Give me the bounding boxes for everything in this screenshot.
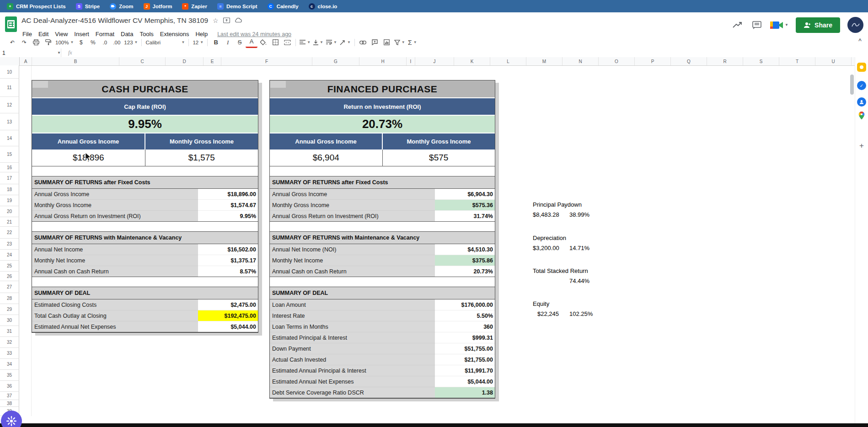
row-header-25[interactable]: 25 xyxy=(0,261,19,272)
row-header-23[interactable]: 23 xyxy=(0,239,19,250)
row-value[interactable]: $999.31 xyxy=(435,332,495,343)
row-header-10[interactable]: 10 xyxy=(0,65,19,79)
row-label[interactable]: Monthly Gross Income xyxy=(32,200,198,211)
column-header-I[interactable]: I xyxy=(407,57,415,65)
zoom-select[interactable]: 100%▼ xyxy=(54,37,75,48)
financed-purchase-table[interactable]: FINANCED PURCHASEReturn on Investment (R… xyxy=(269,80,495,399)
row-value[interactable]: 1.38 xyxy=(435,387,495,398)
column-header-F[interactable]: F xyxy=(221,57,312,65)
row-value[interactable]: $16,502.00 xyxy=(198,244,258,255)
google-meet-icon[interactable]: ▼ xyxy=(770,19,788,31)
table-row[interactable]: Estimated Closing Costs$2,475.00 xyxy=(32,299,258,310)
text-color-button[interactable]: A xyxy=(246,37,257,48)
row-header-30[interactable]: 30 xyxy=(0,315,19,326)
doc-title[interactable]: AC Deal-Analyzer-4516 Wildflower CV Memp… xyxy=(21,16,208,25)
income-value[interactable]: $1,575 xyxy=(145,149,258,166)
table-row[interactable]: Estimated Principal & Interest$999.31 xyxy=(270,332,495,343)
account-avatar[interactable] xyxy=(847,17,863,33)
table-row[interactable]: Actual Cash Invested$21,755.00 xyxy=(270,354,495,365)
insert-chart-button[interactable] xyxy=(381,37,393,48)
filter-button[interactable]: ▼ xyxy=(393,37,407,48)
strikethrough-button[interactable]: S xyxy=(234,37,246,48)
row-label[interactable]: Annual Gross Return on Investment (ROI) xyxy=(32,211,198,222)
star-icon[interactable]: ☆ xyxy=(213,17,219,24)
row-header-21[interactable]: 21 xyxy=(0,217,19,227)
column-header-L[interactable]: L xyxy=(490,57,526,65)
namebox-caret[interactable]: ▼ xyxy=(57,51,61,55)
column-header-K[interactable]: K xyxy=(454,57,490,65)
table-row[interactable]: Down Payment$51,755.00 xyxy=(270,343,495,354)
column-header-S[interactable]: S xyxy=(743,57,779,65)
row-label[interactable]: Annual Cash on Cash Return xyxy=(270,266,435,277)
font-size-select[interactable]: 12▼ xyxy=(191,37,205,48)
table-row[interactable]: Annual Cash on Cash Return20.73% xyxy=(270,266,495,277)
table-row[interactable]: Monthly Net Income$1,375.17 xyxy=(32,255,258,266)
table-row[interactable]: Interest Rate5.50% xyxy=(270,310,495,321)
vertical-align-button[interactable]: ▼ xyxy=(312,37,325,48)
insert-comment-button[interactable] xyxy=(369,37,381,48)
vertical-scrollbar[interactable] xyxy=(850,75,854,95)
column-header-H[interactable]: H xyxy=(359,57,407,65)
row-header-28[interactable]: 28 xyxy=(0,293,19,304)
table-row[interactable]: Annual Gross Income$6,904.30 xyxy=(270,189,495,200)
row-header-22[interactable]: 22 xyxy=(0,227,19,239)
row-header-11[interactable]: 11 xyxy=(0,79,19,97)
table-row[interactable]: Estimated Annual Net Expenses$5,044.00 xyxy=(32,321,258,332)
column-header-Q[interactable]: Q xyxy=(671,57,707,65)
row-value[interactable]: $375.86 xyxy=(435,255,495,266)
comment-history-icon[interactable] xyxy=(751,19,763,31)
column-header-O[interactable]: O xyxy=(599,57,635,65)
insert-link-button[interactable] xyxy=(357,37,369,48)
borders-button[interactable] xyxy=(269,37,281,48)
column-header-U[interactable]: U xyxy=(815,57,852,65)
column-header-N[interactable]: N xyxy=(563,57,599,65)
row-value[interactable]: $176,000.00 xyxy=(435,299,495,310)
row-header-12[interactable]: 12 xyxy=(0,97,19,113)
row-value[interactable]: $1,375.17 xyxy=(198,255,258,266)
row-value[interactable]: 9.95% xyxy=(198,211,258,222)
row-header-18[interactable]: 18 xyxy=(0,184,19,195)
text-rotation-button[interactable]: ▼ xyxy=(338,37,352,48)
row-header-32[interactable]: 32 xyxy=(0,337,19,348)
cloud-status-icon[interactable] xyxy=(235,17,242,24)
row-label[interactable]: Annual Gross Income xyxy=(32,189,198,200)
column-header-D[interactable]: D xyxy=(166,57,204,65)
row-label[interactable]: Loan Terms in Months xyxy=(270,321,435,332)
row-label[interactable]: Total Cash Outlay at Closing xyxy=(32,310,198,321)
sheet-grid[interactable]: 1011121314151617181920212223242526272829… xyxy=(0,65,855,423)
merge-cells-button[interactable] xyxy=(281,37,293,48)
format-percent-button[interactable]: % xyxy=(87,37,99,48)
paint-format-button[interactable] xyxy=(42,37,54,48)
table-row[interactable]: Monthly Gross Income$1,574.67 xyxy=(32,200,258,211)
table-row[interactable]: Loan Terms in Months360 xyxy=(270,321,495,332)
row-value[interactable]: $18,896.00 xyxy=(198,189,258,200)
bold-button[interactable]: B xyxy=(210,37,222,48)
row-header-37[interactable]: 37 xyxy=(0,392,19,400)
column-header-C[interactable]: C xyxy=(119,57,166,65)
redo-button[interactable]: ↷ xyxy=(18,37,30,48)
row-header-16[interactable]: 16 xyxy=(0,163,19,172)
row-value[interactable]: 20.73% xyxy=(435,266,495,277)
column-header-R[interactable]: R xyxy=(707,57,743,65)
fill-color-button[interactable] xyxy=(257,37,269,48)
increase-decimal-button[interactable]: .00 xyxy=(111,37,123,48)
table-row[interactable]: Annual Net Income$16,502.00 xyxy=(32,244,258,255)
row-label[interactable]: Interest Rate xyxy=(270,310,435,321)
table-row[interactable]: Estimated Annual Net Expenses$5,044.00 xyxy=(270,376,495,387)
activity-icon[interactable] xyxy=(732,19,744,31)
row-value[interactable]: $4,510.30 xyxy=(435,244,495,255)
table-row[interactable]: Annual Gross Income$18,896.00 xyxy=(32,189,258,200)
row-value[interactable]: $51,755.00 xyxy=(435,343,495,354)
row-header-36[interactable]: 36 xyxy=(0,381,19,392)
number-format-button[interactable]: 123▼ xyxy=(123,37,139,48)
bookmark-item[interactable]: Zoom xyxy=(105,0,138,12)
bookmark-item[interactable]: cclose.io xyxy=(304,0,343,12)
bookmark-item[interactable]: ≡Demo Script xyxy=(212,0,263,12)
row-label[interactable]: Estimated Annual Net Expenses xyxy=(270,376,435,387)
collapse-toolbar-button[interactable]: ^ xyxy=(858,37,862,44)
column-header-M[interactable]: M xyxy=(526,57,563,65)
undo-button[interactable]: ↶ xyxy=(6,37,18,48)
table-row[interactable]: Monthly Net Income$375.86 xyxy=(270,255,495,266)
share-button[interactable]: Share xyxy=(796,17,840,33)
row-value[interactable]: $192,475.00 xyxy=(198,310,258,321)
